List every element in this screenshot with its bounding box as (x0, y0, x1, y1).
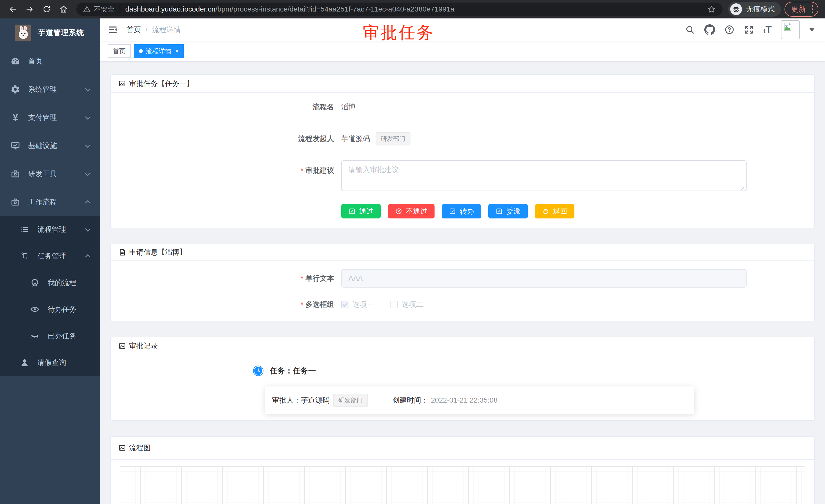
create-time-value: 2022-01-21 22:35:08 (431, 396, 498, 404)
sidebar-collapse-icon[interactable] (107, 24, 118, 35)
approve-button[interactable]: 通过 (341, 204, 381, 219)
breadcrumb-current: 流程详情 (152, 25, 181, 34)
reject-button[interactable]: 不通过 (388, 204, 435, 219)
font-size-icon[interactable]: tT (763, 24, 772, 35)
annotation-overlay-text: 审批任务 (363, 21, 435, 44)
card-title: 审批任务【任务一】 (129, 79, 194, 88)
single-text-input[interactable]: AAA (341, 269, 747, 287)
sidebar-item-home[interactable]: 首页 (0, 47, 100, 75)
initiator-value: 芋道源码 (341, 129, 370, 149)
sidebar-item-process-mgmt[interactable]: 流程管理 (0, 216, 100, 243)
sidebar-item-system[interactable]: 系统管理 (0, 75, 100, 103)
url-path: /bpm/process-instance/detail?id=54aa251f… (216, 5, 454, 13)
return-button[interactable]: 退回 (535, 204, 575, 219)
browser-toolbar: 不安全 dashboard.yudao.iocoder.cn /bpm/proc… (0, 0, 825, 18)
chevron-up-icon (85, 254, 90, 259)
card-header: 审批记录 (111, 337, 814, 355)
incognito-label: 无痕模式 (746, 4, 775, 14)
card-approve-records: 审批记录 任务：任务一 审批人： 芋道源码 研发部门 创建时间： 202 (110, 337, 815, 421)
process-name-label: 流程名 (121, 97, 341, 117)
avatar[interactable] (781, 20, 800, 39)
top-navbar: 首页 / 流程详情 审批任务 tT (100, 18, 825, 41)
card-apply-info: 申请信息【滔博】 单行文本 AAA 多选框组 选项一 (110, 244, 815, 321)
record-card: 审批人： 芋道源码 研发部门 创建时间： 2022-01-21 22:35:08 (265, 387, 694, 414)
tab-process-detail[interactable]: 流程详情 × (134, 44, 184, 58)
toolbox-icon (9, 197, 21, 207)
incognito-icon (730, 3, 742, 15)
back-icon[interactable] (7, 3, 19, 15)
single-text-label: 单行文本 (121, 269, 341, 287)
sidebar-item-label: 研发工具 (28, 169, 57, 179)
search-icon[interactable] (685, 24, 695, 35)
github-icon[interactable] (704, 24, 715, 35)
sidebar-item-label: 任务管理 (38, 251, 66, 261)
sidebar-item-devtools[interactable]: 研发工具 (0, 160, 100, 188)
sidebar-item-infra[interactable]: 基础设施 (0, 132, 100, 160)
timeline-clock-icon (253, 365, 264, 376)
suggestion-textarea[interactable] (341, 160, 747, 191)
sidebar-item-todo-tasks[interactable]: 待办任务 (0, 296, 100, 323)
checkbox-option-2[interactable]: 选项二 (390, 300, 423, 309)
not-secure-label: 不安全 (94, 5, 115, 14)
browser-menu-icon[interactable] (812, 5, 813, 13)
sidebar-item-task-mgmt[interactable]: 任务管理 (0, 243, 100, 269)
eye-closed-icon (29, 331, 41, 341)
active-tab-dot (139, 49, 143, 53)
incognito-badge: 无痕模式 (728, 2, 781, 17)
tab-label: 首页 (113, 47, 126, 55)
user-circle-icon (29, 278, 41, 287)
transfer-button[interactable]: 转办 (442, 204, 481, 219)
chevron-down-icon (85, 86, 90, 91)
page-content: 审批任务【任务一】 流程名 滔博 流程发起人 芋道源码 研发部门 (100, 62, 825, 504)
card-header: 流程图 (111, 437, 814, 460)
sidebar-item-done-tasks[interactable]: 已办任务 (0, 323, 100, 349)
url-host: dashboard.yudao.iocoder.cn (125, 5, 216, 13)
reload-icon[interactable] (41, 3, 53, 15)
department-tag: 研发部门 (333, 394, 368, 407)
breadcrumb-separator: / (146, 26, 148, 34)
edit-icon (496, 208, 503, 215)
checkbox-option-1[interactable]: 选项一 (341, 300, 374, 309)
sidebar: 芋道管理系统 首页 系统管理 ¥ 支付管理 基础设施 (0, 18, 100, 504)
circle-close-icon (395, 208, 402, 215)
delegate-button[interactable]: 委派 (489, 204, 528, 219)
home-icon[interactable] (57, 3, 70, 15)
sidebar-item-label: 基础设施 (28, 141, 57, 151)
refresh-left-icon (542, 208, 549, 215)
bpmn-canvas[interactable] (120, 466, 805, 504)
forward-icon[interactable] (23, 3, 36, 15)
sidebar-item-leave-query[interactable]: 请假查询 (0, 349, 100, 376)
address-bar[interactable]: 不安全 dashboard.yudao.iocoder.cn /bpm/proc… (76, 3, 723, 16)
app-title: 芋道管理系统 (38, 28, 84, 38)
chrome-update-button[interactable]: 更新 (784, 2, 818, 17)
chevron-up-icon (85, 200, 90, 205)
toolbox-icon (9, 169, 21, 179)
task-title: 任务：任务一 (270, 366, 316, 376)
breadcrumb: 首页 / 流程详情 (127, 25, 181, 34)
suggestion-label: 审批建议 (121, 160, 341, 193)
sidebar-item-my-process[interactable]: 我的流程 (0, 269, 100, 296)
chevron-down-icon (85, 171, 90, 176)
dashboard-icon (9, 56, 21, 66)
sidebar-item-label: 我的流程 (48, 278, 76, 287)
tab-close-icon[interactable]: × (175, 48, 178, 54)
tab-home[interactable]: 首页 (107, 44, 131, 58)
avatar-caret-icon[interactable] (809, 28, 815, 31)
flow-icon (18, 251, 31, 261)
sidebar-item-payment[interactable]: ¥ 支付管理 (0, 103, 100, 132)
sidebar-item-workflow[interactable]: 工作流程 (0, 188, 100, 216)
sidebar-item-label: 系统管理 (28, 85, 57, 94)
chevron-down-icon (85, 226, 90, 232)
edit-icon (449, 208, 456, 215)
document-icon (119, 248, 126, 256)
department-tag: 研发部门 (376, 132, 410, 146)
picture-icon (119, 444, 126, 452)
checkbox-unchecked-icon (390, 301, 398, 308)
bookmark-star-icon[interactable] (707, 5, 716, 14)
card-approve-task: 审批任务【任务一】 流程名 滔博 流程发起人 芋道源码 研发部门 (110, 74, 815, 228)
breadcrumb-home[interactable]: 首页 (127, 25, 141, 34)
app-logo-row[interactable]: 芋道管理系统 (0, 18, 100, 47)
fullscreen-icon[interactable] (744, 24, 754, 35)
help-icon[interactable] (724, 24, 735, 35)
app-logo (15, 24, 31, 41)
